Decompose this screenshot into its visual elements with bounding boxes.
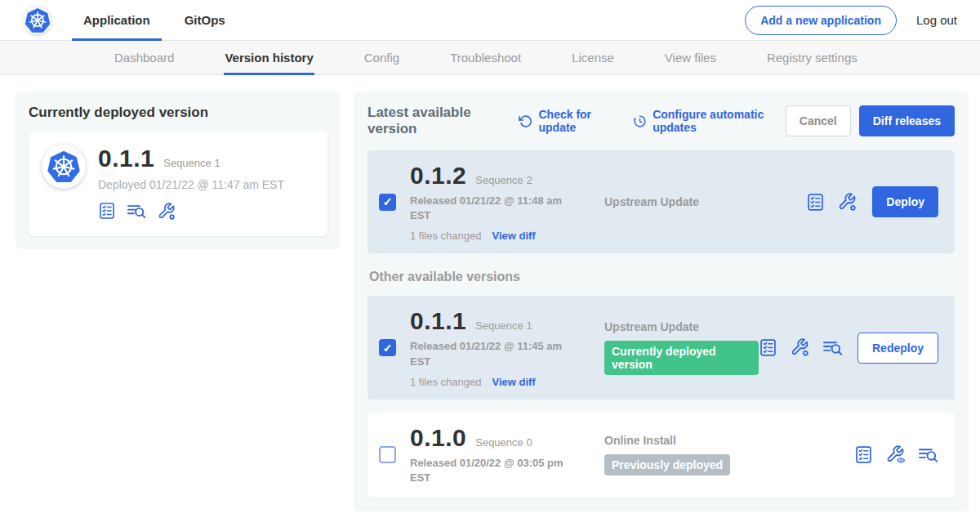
add-new-application-button[interactable]: Add a new application [745,6,897,35]
version-row-0-1-0: 0.1.0 Sequence 0 Released 01/20/22 @ 03:… [368,413,955,497]
subnav-tab-view-files[interactable]: View files [665,41,716,74]
version-source-label: Upstream Update [604,320,759,333]
version-source-label: Upstream Update [604,195,806,208]
deploy-button[interactable]: Deploy [872,186,938,217]
currently-deployed-card: 0.1.1 Sequence 1 Deployed 01/21/22 @ 11:… [29,132,327,236]
previously-deployed-badge: Previously deployed [604,454,730,476]
top-navbar: Application GitOps Add a new application… [0,0,980,41]
kubernetes-logo-icon [24,7,51,34]
files-changed-label: 1 files changed [410,230,481,242]
edit-config-icon[interactable] [157,202,176,221]
check-for-update-label: Check for update [538,108,616,134]
tab-gitops[interactable]: GitOps [173,0,237,40]
preflight-checks-icon[interactable] [854,445,873,464]
tab-gitops-label: GitOps [185,13,225,27]
view-diff-link[interactable]: View diff [492,376,535,388]
version-checkbox[interactable] [379,446,396,463]
available-versions-panel: Latest available version Check for updat… [354,92,969,511]
view-diff-link[interactable]: View diff [492,230,535,242]
version-number: 0.1.0 [410,424,466,452]
edit-config-icon[interactable] [837,192,858,212]
subnav-tab-license[interactable]: License [572,41,614,74]
latest-available-version-title: Latest available version [368,105,501,137]
deploy-logs-icon[interactable] [127,202,146,221]
other-available-versions-heading: Other available versions [369,270,955,284]
sequence-label: Sequence 1 [475,319,532,332]
deployed-timestamp: Deployed 01/21/22 @ 11:47 am EST [98,178,284,191]
currently-deployed-panel: Currently deployed version 0.1.1 Sequenc… [16,92,341,249]
preflight-checks-icon[interactable] [759,338,777,357]
schedule-icon [633,114,647,128]
version-number: 0.1.2 [410,162,466,190]
subnav-tab-version-history[interactable]: Version history [225,41,313,74]
top-tabs: Application GitOps [72,0,248,40]
logout-link[interactable]: Log out [916,13,957,27]
subnav-tab-dashboard[interactable]: Dashboard [114,41,174,74]
version-row-0-1-2: 0.1.2 Sequence 2 Released 01/21/22 @ 11:… [368,150,955,253]
kubernetes-logo [23,6,52,35]
preflight-checks-icon[interactable] [806,193,825,212]
released-timestamp: Released 01/21/22 @ 11:48 am EST [410,194,564,223]
tab-application-label: Application [83,13,150,27]
version-checkbox[interactable] [379,339,396,356]
version-row-0-1-1: 0.1.1 Sequence 1 Released 01/21/22 @ 11:… [368,296,955,399]
files-changed-label: 1 files changed [410,376,481,388]
app-icon-badge [42,145,86,189]
currently-deployed-title: Currently deployed version [29,105,327,121]
configure-automatic-updates-link[interactable]: Configure automatic updates [633,108,786,134]
check-for-update-link[interactable]: Check for update [519,108,616,134]
edit-config-icon[interactable] [790,337,810,358]
subnav-tab-troubleshoot[interactable]: Troubleshoot [450,41,521,74]
version-source-label: Online Install [604,434,854,447]
redeploy-button[interactable]: Redeploy [858,333,938,364]
subnav-tab-config[interactable]: Config [364,41,399,74]
version-number: 0.1.1 [410,307,466,335]
deployed-sequence-label: Sequence 1 [163,157,220,169]
view-config-icon[interactable] [885,444,906,465]
cancel-button[interactable]: Cancel [786,105,851,136]
deployed-version-number: 0.1.1 [98,145,154,172]
released-timestamp: Released 01/20/22 @ 03:05 pm EST [410,456,564,485]
kubernetes-app-icon [46,149,82,185]
diff-releases-button[interactable]: Diff releases [859,105,955,136]
tab-application[interactable]: Application [72,0,162,40]
version-checkbox[interactable] [379,194,396,211]
sequence-label: Sequence 0 [475,436,532,449]
deploy-logs-icon[interactable] [918,445,938,464]
version-history-page: Currently deployed version 0.1.1 Sequenc… [0,75,980,511]
app-subnav: Dashboard Version history Config Trouble… [0,41,980,75]
sequence-label: Sequence 2 [475,174,532,186]
currently-deployed-badge: Currently deployed version [604,341,759,375]
configure-automatic-updates-label: Configure automatic updates [653,108,786,134]
deploy-logs-icon[interactable] [822,338,843,357]
subnav-tab-registry-settings[interactable]: Registry settings [767,41,858,74]
refresh-icon [519,114,532,128]
released-timestamp: Released 01/21/22 @ 11:45 am EST [410,339,564,368]
preflight-checks-icon[interactable] [98,202,116,221]
